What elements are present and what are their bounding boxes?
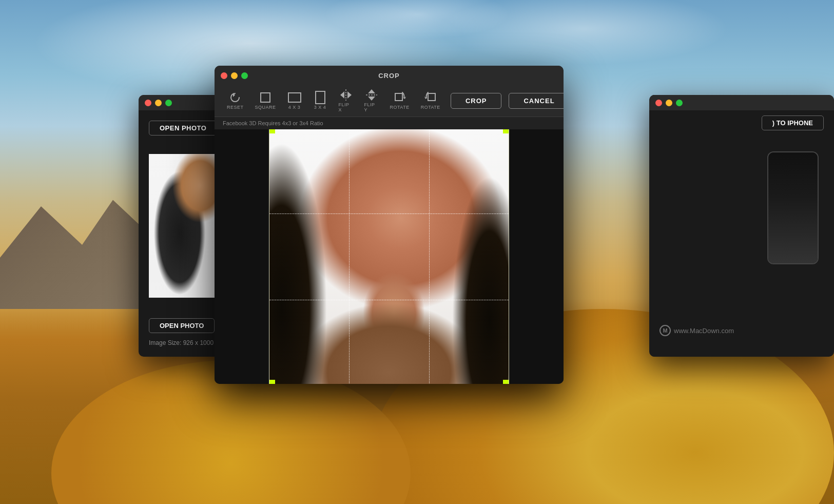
- window-crop-main: CROP RESET SQUARE: [215, 66, 564, 384]
- to-iphone-button[interactable]: ) TO IPHONE: [762, 115, 824, 130]
- iphone-preview: [767, 151, 819, 264]
- svg-rect-12: [428, 93, 435, 101]
- flip-x-icon: [339, 89, 353, 101]
- ratio-3x4-icon: [313, 92, 327, 103]
- flip-x-tool[interactable]: FLIP X: [335, 87, 357, 114]
- window-back-right-content: ) TO IPHONE M www.MacDown.com: [649, 110, 834, 357]
- rotate-ccw-tool[interactable]: ROTATE: [417, 90, 444, 112]
- minimize-button-main[interactable]: [231, 72, 238, 79]
- ratio-4x3-icon: [287, 92, 302, 103]
- info-text: Facebook 3D Requires 4x3 or 3x4 Ratio: [223, 120, 323, 126]
- iphone-preview-image: [768, 152, 818, 263]
- flip-x-label: FLIP X: [339, 102, 353, 112]
- svg-marker-8: [368, 89, 375, 93]
- corner-handle-br[interactable]: [503, 380, 509, 384]
- minimize-button-back[interactable]: [155, 100, 162, 106]
- crop-frame[interactable]: [269, 129, 509, 384]
- svg-marker-5: [340, 91, 344, 99]
- svg-marker-6: [347, 91, 352, 99]
- rotate-ccw-label: ROTATE: [421, 105, 440, 110]
- open-photo-button-bottom[interactable]: OPEN PHOTO: [149, 318, 215, 333]
- window-back-right: ) TO IPHONE M www.MacDown.com: [649, 95, 834, 357]
- watermark: M www.MacDown.com: [660, 325, 734, 336]
- titlebar-back-right: [649, 95, 834, 110]
- ratio-4x3-tool[interactable]: 4 x 3: [283, 90, 306, 112]
- corner-handle-tl[interactable]: [269, 129, 275, 133]
- window-title: CROP: [378, 72, 400, 80]
- maximize-button-back[interactable]: [165, 100, 172, 106]
- ratio-4x3-label: 4 x 3: [288, 105, 301, 110]
- cancel-button[interactable]: CANCEL: [509, 93, 564, 109]
- maximize-button-right[interactable]: [676, 100, 683, 106]
- image-size-label: Image Size: 926 x 1000: [149, 339, 214, 346]
- close-button-main[interactable]: [221, 72, 227, 79]
- rotate-cw-icon: [393, 92, 407, 103]
- flip-y-tool[interactable]: FLIP Y: [360, 87, 383, 114]
- rotate-cw-label: ROTATE: [390, 105, 410, 110]
- crop-button[interactable]: CROP: [451, 93, 502, 109]
- svg-rect-2: [288, 93, 301, 102]
- reset-icon: [228, 92, 242, 103]
- info-bar: Facebook 3D Requires 4x3 or 3x4 Ratio: [215, 117, 564, 129]
- square-icon: [258, 92, 273, 103]
- svg-rect-10: [395, 93, 402, 101]
- reset-label: RESET: [227, 105, 244, 110]
- minimize-button-right[interactable]: [666, 100, 672, 106]
- svg-rect-1: [261, 93, 270, 102]
- crop-area[interactable]: [215, 129, 564, 384]
- reset-tool[interactable]: RESET: [223, 90, 248, 112]
- flip-y-label: FLIP Y: [364, 102, 379, 112]
- ratio-3x4-label: 3 x 4: [314, 105, 326, 110]
- watermark-text: www.MacDown.com: [674, 327, 734, 335]
- close-button-back[interactable]: [145, 100, 151, 106]
- corner-handle-bl[interactable]: [269, 380, 275, 384]
- square-tool[interactable]: SQUARE: [251, 90, 280, 112]
- rotate-ccw-icon: [423, 92, 438, 103]
- square-label: SQUARE: [255, 105, 276, 110]
- flip-y-icon: [364, 89, 379, 101]
- crop-image: [269, 129, 509, 384]
- svg-marker-9: [368, 96, 375, 101]
- ratio-3x4-tool[interactable]: 3 x 4: [309, 90, 332, 112]
- toolbar: RESET SQUARE 4 x 3: [215, 85, 564, 117]
- svg-rect-3: [316, 91, 325, 104]
- maximize-button-main[interactable]: [241, 72, 248, 79]
- corner-handle-tr[interactable]: [503, 129, 509, 133]
- macdown-logo-icon: M: [660, 325, 671, 336]
- main-titlebar: CROP: [215, 66, 564, 85]
- close-button-right[interactable]: [655, 100, 662, 106]
- rotate-cw-tool[interactable]: ROTATE: [386, 90, 414, 112]
- open-photo-button-top[interactable]: OPEN PHOTO: [149, 121, 217, 135]
